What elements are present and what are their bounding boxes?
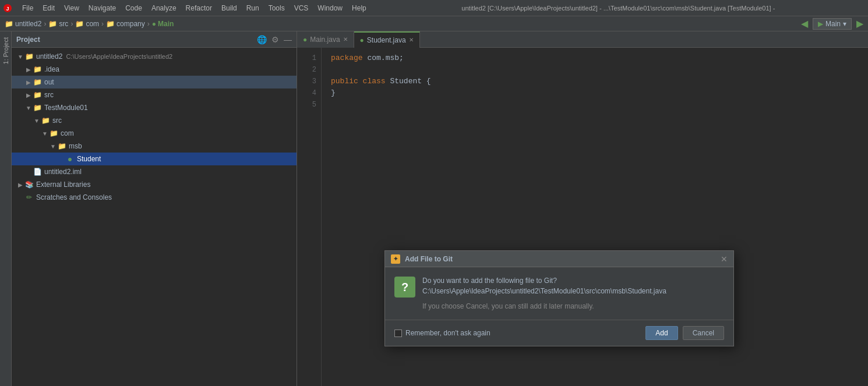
src-label: src	[44, 91, 54, 99]
tree-item-src2[interactable]: ▼ 📁 src	[12, 114, 297, 127]
breadcrumb-src[interactable]: 📁 src	[48, 20, 68, 28]
tree-item-untitled2[interactable]: ▼ 📁 untitled2 C:\Users\Apple\IdeaProject…	[12, 50, 297, 63]
dialog-app-icon: ✦	[391, 254, 400, 264]
menu-build[interactable]: Build	[217, 2, 242, 14]
tree-item-idea[interactable]: ▶ 📁 .idea	[12, 63, 297, 76]
msb-icon: 📁	[57, 141, 66, 151]
tree-item-student[interactable]: ● Student	[12, 153, 297, 165]
back-button[interactable]: ◀	[801, 18, 808, 29]
tab-student-label: Student.java	[367, 36, 406, 44]
folder-icon: 📁	[5, 20, 13, 28]
tab-main-close[interactable]: ✕	[343, 36, 348, 43]
panel-header-actions: 🌐 ⚙ —	[257, 35, 292, 44]
menu-refactor[interactable]: Refactor	[181, 2, 217, 14]
tree-item-scratches[interactable]: ✏ Scratches and Consoles	[12, 191, 297, 204]
tree-item-com[interactable]: ▼ 📁 com	[12, 127, 297, 140]
run-controls: ◀ ▶ Main ▾ ▶	[801, 18, 863, 30]
tree-arrow-idea: ▶	[24, 66, 33, 73]
tab-main-java[interactable]: ● Main.java ✕	[297, 31, 354, 48]
dialog-question-icon: ?	[394, 277, 415, 298]
dialog-body: ? Do you want to add the following file …	[385, 267, 733, 320]
line-num-1: 1	[297, 52, 321, 64]
settings-icon[interactable]: ⚙	[271, 35, 279, 44]
tree-arrow-untitled2: ▼	[16, 54, 24, 60]
menubar: J File Edit View Navigate Code Analyze R…	[0, 0, 868, 16]
dialog-note-text: If you choose Cancel, you can still add …	[422, 302, 724, 310]
line-num-2: 2	[297, 64, 321, 76]
tab-student-close[interactable]: ✕	[409, 37, 414, 43]
tab-main-label: Main.java	[310, 36, 340, 44]
menu-vcs[interactable]: VCS	[290, 2, 313, 14]
dialog-title-text: Add File to Git	[405, 255, 453, 263]
app-logo: J	[2, 3, 13, 13]
vertical-tab-label: 1: Project	[2, 37, 9, 64]
menu-file[interactable]: File	[17, 2, 38, 14]
breadcrumb-sep-4: ›	[147, 20, 150, 28]
com-label: com	[61, 129, 74, 137]
menu-analyze[interactable]: Analyze	[147, 2, 181, 14]
line-numbers: 1 2 3 4 5	[297, 48, 322, 386]
tree-item-src[interactable]: ▶ 📁 src	[12, 88, 297, 101]
editor-tabs: ● Main.java ✕ ● Student.java ✕	[297, 31, 868, 48]
scratches-label: Scratches and Consoles	[36, 193, 112, 201]
remember-label: Remember, don't ask again	[405, 329, 491, 337]
breadcrumb-sep-3: ›	[101, 20, 104, 28]
src2-label: src	[52, 116, 62, 125]
menu-code[interactable]: Code	[121, 2, 147, 14]
run-config-dropdown[interactable]: ▶ Main ▾	[813, 18, 852, 30]
com-folder-icon: 📁	[75, 20, 84, 28]
add-button[interactable]: Add	[645, 326, 678, 340]
idea-label: .idea	[44, 65, 59, 73]
menu-help[interactable]: Help	[347, 2, 371, 14]
vertical-tab-project[interactable]: 1: Project	[0, 31, 12, 386]
code-line-4: }	[331, 87, 859, 99]
run-button[interactable]: ▶	[856, 18, 863, 29]
idea-folder-icon: 📁	[33, 65, 42, 74]
class-icon: ●	[152, 20, 156, 28]
breadcrumb-com[interactable]: 📁 com	[75, 20, 99, 28]
src-icon: 📁	[33, 90, 42, 100]
project-panel: Project 🌐 ⚙ — ▼ 📁 untitled2 C:\Users\App…	[12, 31, 297, 386]
add-file-to-git-dialog: ✦ Add File to Git ✕ ? Do you want to add…	[384, 250, 734, 346]
tree-item-msb[interactable]: ▼ 📁 msb	[12, 140, 297, 153]
tree-item-ext-lib[interactable]: ▶ 📚 External Libraries	[12, 178, 297, 191]
tree-item-iml[interactable]: 📄 untitled2.iml	[12, 165, 297, 178]
menu-navigate[interactable]: Navigate	[84, 2, 121, 14]
src-folder-icon: 📁	[48, 20, 57, 28]
code-line-2	[331, 64, 859, 76]
panel-title: Project	[16, 36, 40, 44]
menu-edit[interactable]: Edit	[38, 2, 59, 14]
tab-student-java[interactable]: ● Student.java ✕	[354, 31, 420, 48]
menu-window[interactable]: Window	[313, 2, 347, 14]
breadcrumb-sep-1: ›	[44, 20, 46, 28]
dialog-text-area: Do you want to add the following file to…	[422, 277, 724, 310]
window-title: untitled2 [C:\Users\Apple\IdeaProjects\u…	[371, 5, 866, 12]
breadcrumb-company[interactable]: 📁 company	[106, 20, 145, 28]
tree-item-testmodule01[interactable]: ▼ 📁 TestModule01	[12, 101, 297, 114]
cancel-button[interactable]: Cancel	[683, 326, 724, 340]
dialog-close-button[interactable]: ✕	[721, 254, 728, 264]
company-folder-icon: 📁	[106, 20, 115, 28]
testmodule-icon: 📁	[33, 103, 42, 112]
remember-checkbox[interactable]	[394, 330, 402, 337]
dialog-path-text: C:\Users\Apple\IdeaProjects\untitled2\Te…	[422, 287, 724, 295]
globe-icon[interactable]: 🌐	[257, 35, 267, 44]
out-label: out	[44, 78, 54, 86]
iml-icon: 📄	[33, 167, 42, 176]
tree-arrow-src2: ▼	[33, 118, 41, 124]
remember-checkbox-area[interactable]: Remember, don't ask again	[394, 329, 491, 337]
ext-lib-label: External Libraries	[36, 180, 90, 189]
run-config-label: Main	[825, 20, 841, 28]
tree-item-out[interactable]: ▶ 📁 out	[12, 76, 297, 88]
dropdown-arrow-icon: ▾	[843, 20, 846, 28]
minimize-icon[interactable]: —	[284, 35, 292, 44]
menu-run[interactable]: Run	[242, 2, 264, 14]
menu-view[interactable]: View	[59, 2, 84, 14]
menu-tools[interactable]: Tools	[264, 2, 290, 14]
com-icon: 📁	[49, 129, 58, 138]
breadcrumb-main[interactable]: ● Main	[152, 20, 174, 28]
testmodule01-label: TestModule01	[44, 104, 88, 112]
ext-lib-icon: 📚	[24, 180, 34, 189]
breadcrumb-untitled2[interactable]: 📁 untitled2	[5, 20, 41, 28]
src2-icon: 📁	[41, 116, 50, 125]
